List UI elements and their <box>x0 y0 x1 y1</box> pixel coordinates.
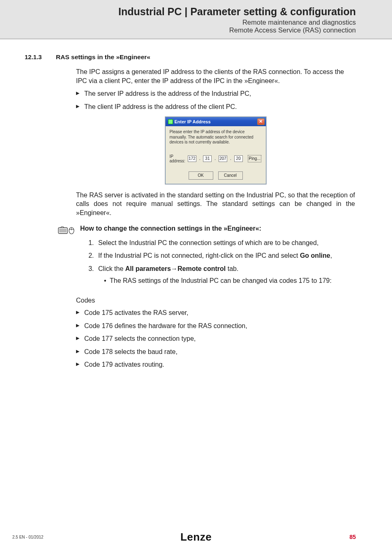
ip-notes-list: The server IP address is the address of … <box>76 89 355 111</box>
ip-octet-3-input[interactable]: 207 <box>219 155 227 162</box>
close-button[interactable]: ✕ <box>257 118 265 125</box>
codes-heading: Codes <box>76 297 355 304</box>
dialog-titlebar: Enter IP Address ✕ <box>166 117 266 126</box>
ok-button[interactable]: OK <box>189 171 213 180</box>
step-text: , <box>330 252 332 259</box>
howto-title: How to change the connection settings in… <box>80 225 261 232</box>
section-title: RAS settings in the »Engineer« <box>56 53 150 61</box>
dialog-message: Please enter the IP address of the devic… <box>170 130 262 145</box>
header-band: Industrial PC | Parameter setting & conf… <box>0 0 392 39</box>
howto-steps: Select the Industrial PC the connection … <box>96 238 355 285</box>
codes-list: Code 175 activates the RAS server, Code … <box>76 308 355 369</box>
ip-address-label: IP address: <box>170 154 185 163</box>
ip-octet-4-input[interactable]: 20 <box>234 155 243 162</box>
step-item: Select the Industrial PC the connection … <box>96 238 355 247</box>
ip-octet-2-input[interactable]: 31 <box>203 155 212 162</box>
intro-paragraph: The IPC assigns a generated IP address t… <box>76 67 355 85</box>
list-item: Code 176 defines the hardware for the RA… <box>76 321 355 331</box>
step-item: If the Industrial PC is not connected, r… <box>96 251 355 260</box>
section-heading-row: 12.1.3 RAS settings in the »Engineer« <box>25 53 356 61</box>
page-number: 85 <box>349 534 356 540</box>
page-subtitle-1: Remote maintenance and diagnostics <box>36 18 356 26</box>
after-dialog-paragraph: The RAS server is activated in the stand… <box>76 191 355 217</box>
list-item: The server IP address is the address of … <box>76 89 355 98</box>
list-item: The client IP address is the address of … <box>76 102 355 111</box>
section-number: 12.1.3 <box>25 53 49 61</box>
ip-address-dialog: Enter IP Address ✕ Please enter the IP a… <box>165 117 266 184</box>
mouse-howto-icon <box>58 225 76 234</box>
step-text: tab. <box>226 265 238 272</box>
step-text: If the Industrial PC is not connected, r… <box>98 252 300 259</box>
ip-octet-1-input[interactable]: 172 <box>188 155 196 162</box>
page-title: Industrial PC | Parameter setting & conf… <box>36 6 356 18</box>
cancel-button[interactable]: Cancel <box>218 171 243 180</box>
step-sub-item: The RAS settings of the Industrial PC ca… <box>104 276 355 285</box>
footer-logo: Lenze <box>180 531 212 543</box>
list-item: Code 178 selects the baud rate, <box>76 347 355 356</box>
dot-icon: . <box>230 156 232 161</box>
step-bold: Go online <box>300 252 330 259</box>
app-icon <box>168 119 173 124</box>
step-item: Click the All parameters→Remote control … <box>96 264 355 285</box>
dot-icon: . <box>199 156 201 161</box>
page-footer: 2.5 EN - 01/2012 Lenze 85 <box>0 534 392 540</box>
page-subtitle-2: Remote Access Service (RAS) connection <box>36 26 356 34</box>
list-item: Code 179 activates routing. <box>76 360 355 369</box>
footer-version: 2.5 EN - 01/2012 <box>12 535 44 539</box>
step-text: Click the <box>98 265 125 272</box>
list-item: Code 175 activates the RAS server, <box>76 308 355 317</box>
ping-button[interactable]: Ping... <box>248 155 262 162</box>
dot-icon: . <box>214 156 216 161</box>
list-item: Code 177 selects the connection type, <box>76 334 355 343</box>
step-bold: All parameters→Remote control <box>125 265 226 272</box>
dialog-title: Enter IP Address <box>175 119 211 124</box>
